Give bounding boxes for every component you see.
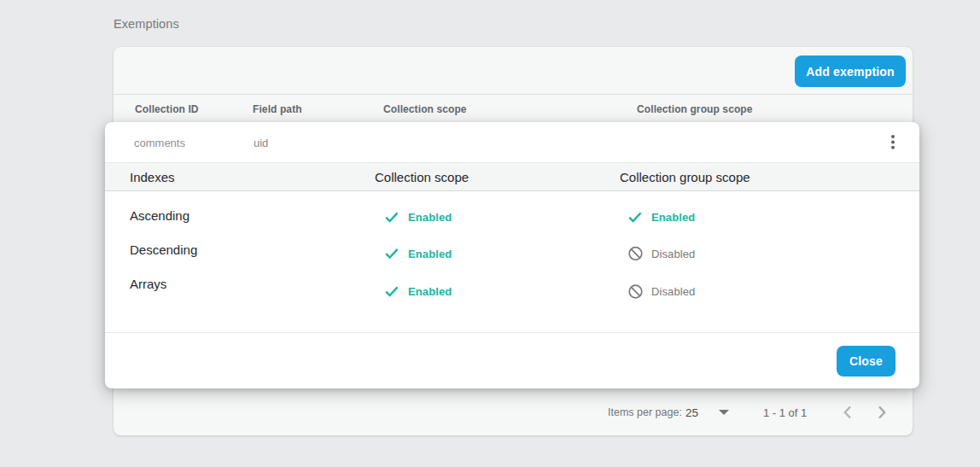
kebab-menu-icon <box>891 135 895 149</box>
column-header-field-path: Field path <box>253 103 302 115</box>
dialog-footer: Close <box>105 332 919 388</box>
dialog-table-header: Indexes Collection scope Collection grou… <box>105 162 919 191</box>
close-button[interactable]: Close <box>837 346 895 377</box>
collection-group-scope-status: Enabled <box>628 211 695 224</box>
column-header-collection-scope: Collection scope <box>383 103 467 115</box>
index-row-ascending: Ascending Enabled Enabled <box>105 198 919 232</box>
collection-scope-status: Enabled <box>385 248 452 260</box>
status-text: Enabled <box>408 211 452 224</box>
status-text: Enabled <box>408 248 452 260</box>
exemption-details-dialog: comments uid Indexes Collection scope Co… <box>105 122 919 388</box>
page-size-value[interactable]: 25 <box>685 406 698 419</box>
page-size-dropdown-icon[interactable] <box>719 410 729 415</box>
dialog-header-indexes: Indexes <box>130 170 175 184</box>
add-exemption-button[interactable]: Add exemption <box>795 55 906 87</box>
check-icon <box>385 286 399 297</box>
status-text: Enabled <box>408 285 452 298</box>
check-icon <box>385 212 399 223</box>
collection-scope-status: Enabled <box>385 285 452 298</box>
exemption-field-path: uid <box>254 136 268 149</box>
table-header-row: Collection ID Field path Collection scop… <box>114 95 913 123</box>
page-range-label: 1 - 1 of 1 <box>763 406 807 419</box>
dialog-header-collection-scope: Collection scope <box>375 170 469 184</box>
index-label: Ascending <box>130 208 190 223</box>
page-title: Exemptions <box>114 17 179 31</box>
check-icon <box>385 248 399 260</box>
dialog-table-body: Ascending Enabled Enabled Descending E <box>105 192 919 301</box>
chevron-right-icon <box>878 406 886 419</box>
column-header-collection-group-scope: Collection group scope <box>637 103 753 115</box>
index-label: Descending <box>130 242 197 257</box>
status-text: Enabled <box>651 211 695 224</box>
collection-group-scope-status: Disabled <box>628 247 695 261</box>
collection-group-scope-status: Disabled <box>628 284 695 299</box>
index-label: Arrays <box>130 277 166 291</box>
exemption-row: comments uid <box>105 122 919 162</box>
collection-scope-status: Enabled <box>385 211 452 224</box>
items-per-page-label: Items per page: <box>608 406 682 418</box>
column-header-collection-id: Collection ID <box>135 103 199 115</box>
status-text: Disabled <box>651 248 695 260</box>
check-icon <box>628 212 642 223</box>
paginator: Items per page: 25 1 - 1 of 1 <box>114 388 913 435</box>
card-toolbar: Add exemption <box>114 47 913 94</box>
previous-page-button[interactable] <box>837 401 859 423</box>
status-text: Disabled <box>651 285 695 298</box>
index-row-arrays: Arrays Enabled Disabled <box>105 266 919 301</box>
dialog-header-collection-group-scope: Collection group scope <box>620 170 750 184</box>
chevron-left-icon <box>843 406 852 419</box>
exemption-menu-button[interactable] <box>879 128 907 155</box>
blocked-icon <box>628 247 643 261</box>
next-page-button[interactable] <box>871 401 893 423</box>
blocked-icon <box>628 284 643 299</box>
index-row-descending: Descending Enabled Disabled <box>105 232 919 266</box>
page: { "page": { "title": "Exemptions" }, "to… <box>0 0 980 467</box>
exemption-collection-id: comments <box>134 136 185 149</box>
